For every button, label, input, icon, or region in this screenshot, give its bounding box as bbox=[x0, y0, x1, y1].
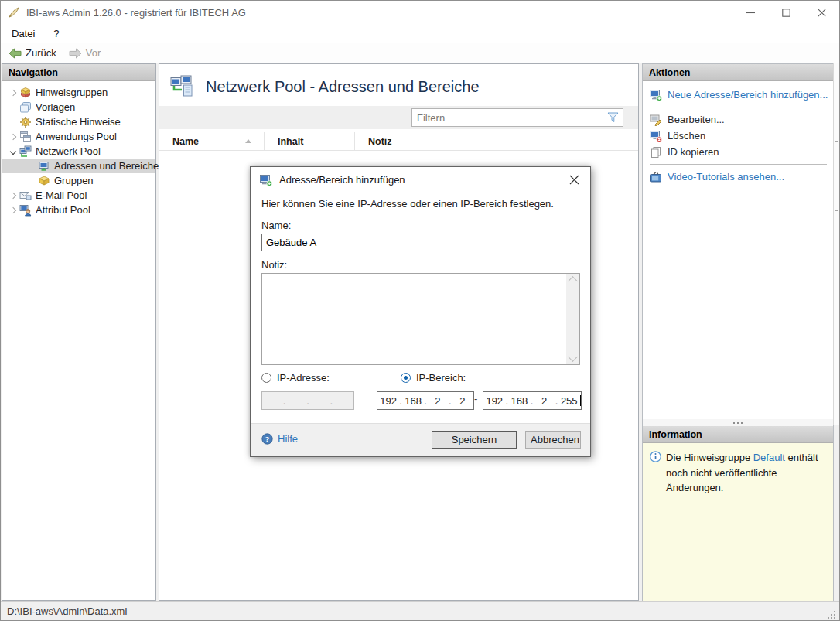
table-header-row: Name Inhalt Notiz bbox=[159, 132, 638, 151]
action-edit[interactable]: Bearbeiten... bbox=[643, 111, 833, 128]
ip-range-start-input[interactable]: 192. 168. 2. 2 bbox=[377, 391, 474, 410]
actions-separator bbox=[650, 107, 827, 107]
sidebar-item-label: Hinweisgruppen bbox=[36, 87, 108, 98]
app-quill-icon bbox=[8, 6, 20, 19]
action-video-tutorials[interactable]: Video-Tutorials ansehen... bbox=[643, 169, 833, 185]
network-pool-icon bbox=[19, 145, 32, 158]
navigation-header: Navigation bbox=[2, 64, 155, 81]
sidebar-item-netzwerk-pool[interactable]: Netzwerk Pool bbox=[2, 144, 155, 159]
navigation-panel: Navigation Hinweisgruppen Vorlagen Stati… bbox=[2, 63, 156, 601]
expander-collapsed-icon[interactable] bbox=[7, 208, 19, 213]
expander-collapsed-icon[interactable] bbox=[7, 135, 19, 139]
information-message: Die Hinweisgruppe Default enthält noch n… bbox=[666, 450, 827, 606]
window-titlebar[interactable]: IBI-aws Admin 1.26.0 - registriert für I… bbox=[1, 1, 839, 24]
scroll-down-icon[interactable] bbox=[568, 352, 578, 362]
notice-groups-icon bbox=[19, 87, 32, 99]
sidebar-item-label: Adressen und Bereiche bbox=[54, 160, 159, 172]
info-icon bbox=[650, 451, 661, 606]
forward-button[interactable]: Vor bbox=[64, 46, 106, 60]
help-link[interactable]: ? Hilfe bbox=[261, 433, 298, 445]
note-scrollbar[interactable] bbox=[566, 274, 579, 364]
sidebar-item-label: Statische Hinweise bbox=[36, 116, 121, 128]
sidebar-item-email-pool[interactable]: E-Mail Pool bbox=[2, 188, 155, 203]
back-button[interactable]: Zurück bbox=[4, 46, 61, 60]
dialog-title: Adresse/Bereich hinzufügen bbox=[279, 174, 405, 186]
edit-address-icon bbox=[650, 114, 662, 126]
maximize-button[interactable] bbox=[768, 1, 804, 24]
sidebar-item-attribut-pool[interactable]: Attribut Pool bbox=[2, 203, 155, 217]
ip-address-radio[interactable] bbox=[261, 373, 271, 383]
name-label: Name: bbox=[261, 220, 291, 231]
expander-collapsed-icon[interactable] bbox=[7, 193, 19, 198]
sidebar-item-hinweisgruppen[interactable]: Hinweisgruppen bbox=[2, 85, 155, 100]
ip-single-input: . . . bbox=[261, 391, 354, 410]
copy-id-icon bbox=[650, 146, 662, 159]
menu-datei[interactable]: Datei bbox=[4, 25, 43, 43]
filter-bar bbox=[159, 106, 638, 129]
action-add-address[interactable]: Neue Adresse/Bereich hinzufügen... bbox=[643, 87, 833, 103]
column-header-name[interactable]: Name bbox=[159, 132, 265, 150]
column-header-inhalt[interactable]: Inhalt bbox=[265, 132, 355, 150]
statusbar-data-path: D:\IBI-aws\Admin\Data.xml bbox=[1, 606, 127, 617]
statusbar: D:\IBI-aws\Admin\Data.xml bbox=[1, 601, 839, 621]
save-button[interactable]: Speichern bbox=[432, 431, 517, 449]
resize-grip[interactable] bbox=[826, 609, 837, 620]
column-header-notiz[interactable]: Notiz bbox=[355, 132, 638, 150]
ip-range-end-input[interactable]: 192. 168. 2. 255 bbox=[483, 391, 582, 410]
filter-input[interactable] bbox=[411, 108, 623, 127]
ip-range-radio[interactable] bbox=[401, 373, 411, 383]
sidebar-item-label: Vorlagen bbox=[36, 101, 75, 113]
sidebar-item-gruppen[interactable]: Gruppen bbox=[2, 173, 155, 188]
action-delete[interactable]: Löschen bbox=[643, 128, 833, 144]
action-copy-id[interactable]: ID kopieren bbox=[643, 144, 833, 160]
menubar: Datei ? bbox=[1, 24, 839, 43]
toolbar: Zurück Vor bbox=[1, 43, 839, 63]
close-button[interactable] bbox=[804, 1, 839, 24]
expander-collapsed-icon[interactable] bbox=[7, 90, 19, 95]
scroll-up-icon[interactable] bbox=[568, 276, 578, 286]
sidebar-item-adressen-und-bereiche[interactable]: Adressen und Bereiche bbox=[2, 159, 155, 173]
navigation-tree: Hinweisgruppen Vorlagen Statische Hinwei… bbox=[2, 81, 155, 217]
sidebar-item-vorlagen[interactable]: Vorlagen bbox=[2, 100, 155, 114]
templates-icon bbox=[19, 101, 32, 114]
forward-label: Vor bbox=[86, 47, 101, 59]
sidebar-item-label: Anwendungs Pool bbox=[36, 131, 117, 142]
sort-ascending-icon bbox=[245, 139, 251, 143]
actions-header: Aktionen bbox=[643, 64, 833, 81]
note-label: Notiz: bbox=[261, 259, 287, 271]
ip-address-radio-group[interactable]: IP-Adresse: bbox=[261, 372, 330, 384]
dialog-titlebar[interactable]: Adresse/Bereich hinzufügen bbox=[251, 167, 590, 193]
filter-funnel-icon[interactable] bbox=[607, 112, 619, 123]
groups-icon bbox=[38, 175, 50, 187]
information-header: Information bbox=[643, 426, 833, 443]
add-address-icon bbox=[650, 89, 662, 101]
video-tutorials-icon bbox=[650, 171, 662, 183]
help-icon: ? bbox=[261, 433, 273, 445]
actions-separator bbox=[650, 164, 827, 165]
cancel-button[interactable]: Abbrechen bbox=[525, 431, 581, 449]
sidebar-item-statische-hinweise[interactable]: Statische Hinweise bbox=[2, 114, 155, 129]
application-pool-icon bbox=[19, 131, 32, 143]
dialog-close-icon[interactable] bbox=[558, 167, 590, 193]
expander-expanded-icon[interactable] bbox=[7, 149, 19, 154]
note-textarea[interactable] bbox=[261, 273, 580, 365]
svg-text:?: ? bbox=[265, 435, 270, 443]
panel-splitter-grip[interactable] bbox=[643, 419, 833, 426]
name-input[interactable] bbox=[261, 234, 579, 251]
delete-address-icon bbox=[650, 130, 662, 142]
add-address-icon bbox=[260, 174, 272, 186]
ip-range-radio-group[interactable]: IP-Bereich: bbox=[401, 372, 466, 384]
dialog-description: Hier können Sie eine IP-Adresse oder ein… bbox=[261, 198, 554, 210]
information-panel: Die Hinweisgruppe Default enthält noch n… bbox=[643, 443, 833, 606]
default-group-link[interactable]: Default bbox=[753, 452, 785, 463]
static-notices-icon bbox=[19, 116, 32, 128]
ip-address-radio-label: IP-Adresse: bbox=[277, 372, 330, 384]
email-pool-icon bbox=[19, 189, 32, 202]
minimize-button[interactable] bbox=[732, 1, 768, 24]
sidebar-item-anwendungs-pool[interactable]: Anwendungs Pool bbox=[2, 129, 155, 144]
sidebar-item-label: E-Mail Pool bbox=[36, 189, 87, 201]
network-pool-large-icon bbox=[170, 75, 196, 98]
back-arrow-icon bbox=[9, 48, 22, 59]
menu-help[interactable]: ? bbox=[46, 25, 67, 43]
actions-panel: Aktionen Neue Adresse/Bereich hinzufügen… bbox=[642, 63, 834, 601]
